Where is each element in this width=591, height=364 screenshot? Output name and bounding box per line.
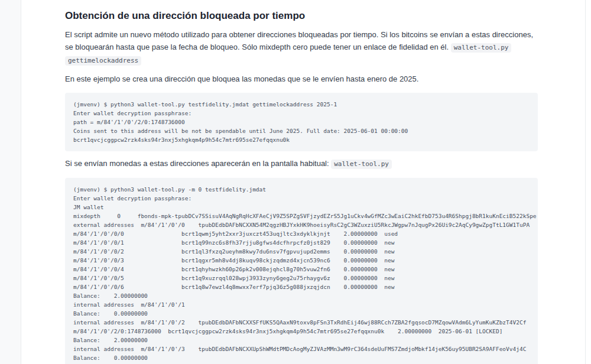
display-paragraph: Si se envían monedas a estas direcciones…	[65, 157, 538, 170]
code-block-gettimelockaddress-output: (jmvenv) $ python3 wallet-tool.py testfi…	[65, 93, 538, 151]
display-paragraph-text: Si se envían monedas a estas direcciones…	[65, 159, 329, 168]
inline-code-wallet-tool-2: wallet-tool.py	[331, 160, 392, 169]
card-right-border	[585, 0, 586, 364]
article-body: Obtención de una dirección bloqueada por…	[65, 0, 538, 364]
example-paragraph: En este ejemplo se crea una dirección qu…	[65, 73, 538, 85]
inline-code-gettimelockaddress: gettimelockaddress	[65, 56, 141, 66]
intro-paragraph: El script admite un nuevo método utiliza…	[65, 28, 538, 67]
inline-code-wallet-tool: wallet-tool.py	[451, 43, 512, 53]
content-card: Obtención de una dirección bloqueada por…	[21, 0, 585, 364]
code-block-wallet-display-output: (jmvenv) $ python3 wallet-tool.py -m 0 t…	[65, 178, 538, 364]
page-left-margin	[0, 0, 21, 364]
page-title: Obtención de una dirección bloqueada por…	[65, 9, 538, 22]
